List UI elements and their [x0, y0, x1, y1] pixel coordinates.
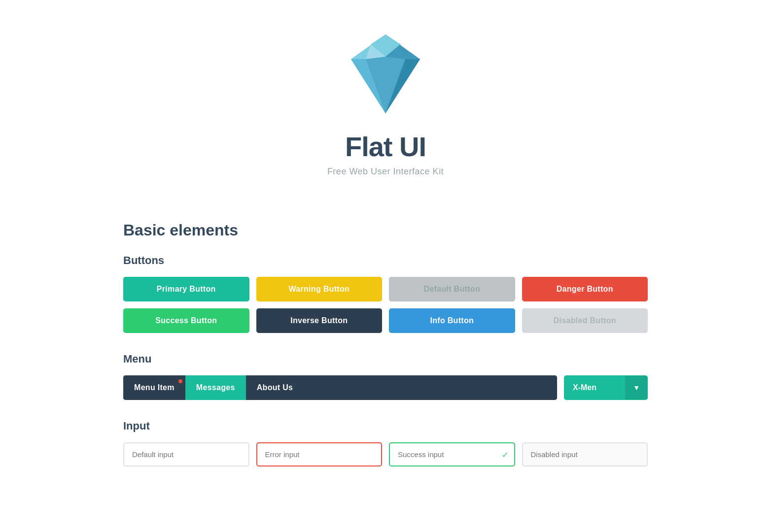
- menu-item-about[interactable]: About Us: [246, 375, 557, 400]
- menu-dropdown-label: X-Men: [564, 375, 625, 400]
- basic-elements-section: Basic elements Buttons Primary Button Wa…: [123, 201, 648, 506]
- inputs-grid: ✓: [123, 442, 648, 466]
- menu-bar-container: Menu Item Messages About Us X-Men ▼: [123, 375, 648, 400]
- chevron-down-icon: ▼: [625, 376, 648, 399]
- danger-button[interactable]: Danger Button: [522, 277, 648, 301]
- menu-subsection: Menu Menu Item Messages About Us X-Men: [123, 353, 648, 400]
- buttons-subtitle: Buttons: [123, 254, 648, 267]
- buttons-subsection: Buttons Primary Button Warning Button De…: [123, 254, 648, 333]
- primary-button[interactable]: Primary Button: [123, 277, 249, 301]
- buttons-grid: Primary Button Warning Button Default Bu…: [123, 277, 648, 333]
- inverse-button[interactable]: Inverse Button: [256, 308, 383, 333]
- menu-subtitle: Menu: [123, 353, 648, 366]
- default-input[interactable]: [123, 442, 249, 466]
- hero-title: Flat UI: [345, 131, 426, 163]
- input-subtitle: Input: [123, 420, 648, 432]
- disabled-button: Disabled Button: [522, 308, 648, 333]
- success-button[interactable]: Success Button: [123, 308, 249, 333]
- diamond-logo-icon: [336, 30, 435, 116]
- error-input[interactable]: [256, 442, 383, 466]
- disabled-input: [522, 442, 648, 466]
- warning-button[interactable]: Warning Button: [256, 277, 383, 301]
- info-button[interactable]: Info Button: [389, 308, 515, 333]
- menu-bar: Menu Item Messages About Us: [123, 375, 557, 400]
- menu-item-1[interactable]: Menu Item: [123, 375, 185, 400]
- checkmark-icon: ✓: [502, 450, 508, 459]
- menu-dropdown[interactable]: X-Men ▼: [564, 375, 648, 400]
- success-input-wrapper: ✓: [389, 442, 515, 466]
- success-input[interactable]: [389, 442, 515, 466]
- hero-subtitle: Free Web User Interface Kit: [327, 166, 444, 177]
- page-wrapper: Flat UI Free Web User Interface Kit Basi…: [0, 0, 771, 506]
- input-subsection: Input ✓: [123, 420, 648, 466]
- menu-badge: [178, 379, 182, 383]
- menu-item-messages[interactable]: Messages: [185, 375, 246, 400]
- hero-section: Flat UI Free Web User Interface Kit: [123, 0, 648, 201]
- section-title: Basic elements: [123, 221, 648, 239]
- default-button[interactable]: Default Button: [389, 277, 515, 301]
